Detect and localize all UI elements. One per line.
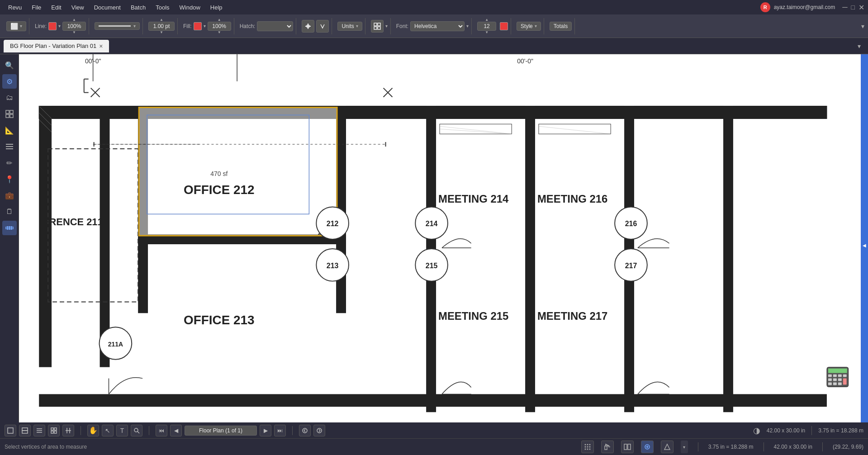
hand-tool-btn[interactable]: ✋ bbox=[87, 425, 99, 436]
snap-point-btn[interactable] bbox=[601, 441, 614, 453]
maximize-btn[interactable]: □ bbox=[851, 4, 855, 11]
zoom-tool-btn[interactable] bbox=[131, 425, 142, 436]
line-color-chevron[interactable]: ▾ bbox=[58, 24, 61, 28]
close-btn[interactable]: ✕ bbox=[859, 3, 864, 12]
view-toggle-chevron[interactable]: ▾ bbox=[385, 24, 388, 28]
svg-text:MEETING  216: MEETING 216 bbox=[537, 193, 607, 205]
fill-color-chevron[interactable]: ▾ bbox=[204, 24, 206, 28]
svg-rect-8 bbox=[10, 110, 13, 114]
svg-line-111 bbox=[138, 431, 139, 433]
sidebar-pages-icon[interactable] bbox=[2, 107, 17, 121]
fill-color-swatch[interactable] bbox=[194, 22, 202, 30]
svg-rect-90 bbox=[828, 379, 832, 381]
menu-item-revu[interactable]: Revu bbox=[4, 2, 26, 13]
svg-point-122 bbox=[589, 449, 590, 450]
tab-close-btn[interactable]: × bbox=[99, 43, 103, 50]
minimize-btn[interactable]: ─ bbox=[842, 3, 847, 11]
view-toggle-btn[interactable] bbox=[371, 20, 384, 33]
menu-item-batch[interactable]: Batch bbox=[126, 2, 150, 13]
right-sidebar-expand-btn[interactable]: ◀ bbox=[863, 243, 866, 248]
menu-item-file[interactable]: File bbox=[27, 2, 46, 13]
toolbar-collapse-btn[interactable]: ▾ bbox=[861, 23, 864, 30]
last-page-btn[interactable]: ⏭ bbox=[274, 425, 286, 436]
sidebar-location-icon[interactable]: 📍 bbox=[2, 172, 17, 186]
prev-page-btn[interactable]: ◀ bbox=[170, 425, 182, 436]
compare-settings-btn[interactable]: ▾ bbox=[681, 441, 688, 453]
tab-collapse-btn[interactable]: ▾ bbox=[858, 43, 864, 50]
menu-item-tools[interactable]: Tools bbox=[151, 2, 174, 13]
svg-rect-86 bbox=[828, 374, 832, 377]
zoom-input[interactable] bbox=[62, 22, 86, 31]
menu-item-document[interactable]: Document bbox=[90, 2, 125, 13]
sidebar-settings-icon[interactable]: ⚙ bbox=[2, 74, 17, 89]
shape-selector-btn[interactable]: ⬜ ▾ bbox=[6, 21, 26, 31]
nav-toolbar-icon5[interactable] bbox=[62, 425, 74, 436]
svg-point-118 bbox=[587, 446, 588, 448]
svg-text:ERENCE  211: ERENCE 211 bbox=[43, 216, 103, 228]
fill-opacity-up-btn[interactable]: ▲ bbox=[218, 18, 221, 22]
sidebar-notes-icon[interactable]: 🗒 bbox=[2, 204, 17, 219]
sidebar-layers-icon[interactable]: 🗂 bbox=[2, 90, 17, 105]
svg-rect-27 bbox=[39, 106, 52, 367]
font-size-input[interactable] bbox=[477, 22, 496, 31]
calibrate-btn[interactable] bbox=[302, 20, 314, 33]
menu-item-window[interactable]: Window bbox=[175, 2, 205, 13]
units-btn[interactable]: Units ▾ bbox=[337, 22, 362, 31]
document-compare-btn[interactable] bbox=[621, 441, 634, 453]
menubar: Revu File Edit View Document Batch Tools… bbox=[0, 0, 868, 14]
nav-toolbar-icon4[interactable] bbox=[48, 425, 60, 436]
compare-overlay-btn[interactable] bbox=[661, 441, 674, 453]
sidebar-markup-icon[interactable]: ✏ bbox=[2, 156, 17, 170]
svg-rect-91 bbox=[833, 379, 837, 381]
line-group: Line: ▾ ▲ ▼ bbox=[32, 18, 89, 34]
line-weight-input[interactable] bbox=[148, 22, 175, 31]
zoom-up-btn[interactable]: ▲ bbox=[72, 18, 76, 22]
font-size-up-btn[interactable]: ▲ bbox=[485, 18, 489, 22]
first-page-btn[interactable]: ⏮ bbox=[156, 425, 167, 436]
markup-status-btn[interactable] bbox=[641, 441, 654, 453]
svg-rect-87 bbox=[833, 374, 837, 377]
sidebar-documents-icon[interactable]: 💼 bbox=[2, 188, 17, 203]
font-select-chevron[interactable]: ▾ bbox=[466, 24, 469, 28]
sidebar-measurements-icon[interactable] bbox=[2, 221, 17, 235]
svg-text:217: 217 bbox=[625, 262, 637, 270]
font-select[interactable]: Helvetica bbox=[410, 21, 465, 31]
weight-down-btn[interactable]: ▼ bbox=[160, 31, 163, 34]
menu-item-view[interactable]: View bbox=[67, 2, 89, 13]
status-row: Select vertices of area to measure ▾ 3.7… bbox=[0, 439, 868, 455]
weight-up-btn[interactable]: ▲ bbox=[160, 18, 163, 22]
snap-grid-btn[interactable] bbox=[581, 441, 594, 453]
svg-rect-38 bbox=[139, 107, 337, 236]
nav-toolbar-icon1[interactable] bbox=[5, 425, 16, 436]
svg-rect-57 bbox=[440, 124, 512, 134]
nav-toolbar-icon3[interactable] bbox=[33, 425, 45, 436]
canvas-area[interactable]: 00'-0" 00'-0" bbox=[19, 54, 861, 436]
menu-item-help[interactable]: Help bbox=[206, 2, 227, 13]
svg-rect-6 bbox=[378, 27, 380, 29]
document-tab[interactable]: BG Floor Plan - Variation Plan 01 × bbox=[4, 40, 109, 52]
history-forward-btn[interactable] bbox=[313, 425, 325, 436]
history-back-btn[interactable] bbox=[299, 425, 311, 436]
sidebar-search-icon[interactable]: 🔍 bbox=[2, 58, 17, 72]
zoom-down-btn[interactable]: ▼ bbox=[72, 31, 76, 34]
next-page-btn[interactable]: ▶ bbox=[260, 425, 271, 436]
line-style-selector[interactable]: ▾ bbox=[95, 22, 140, 30]
menu-item-edit[interactable]: Edit bbox=[47, 2, 66, 13]
font-group: Font: Helvetica ▾ bbox=[394, 18, 472, 34]
snap-btn[interactable] bbox=[316, 20, 329, 33]
fill-opacity-input[interactable] bbox=[208, 22, 231, 31]
text-tool-btn[interactable]: T bbox=[116, 425, 128, 436]
fill-opacity-down-btn[interactable]: ▼ bbox=[218, 31, 221, 34]
sidebar-properties-icon[interactable] bbox=[2, 139, 17, 154]
select-tool-btn[interactable]: ↖ bbox=[102, 425, 114, 436]
svg-rect-98 bbox=[22, 428, 28, 431]
sidebar-measure-icon[interactable]: 📐 bbox=[2, 123, 17, 137]
font-color-swatch[interactable] bbox=[500, 22, 508, 30]
nav-row: ✋ ↖ T ⏮ ◀ Floor Plan (1 of 1) ▶ ⏭ ◑ 42.0… bbox=[0, 422, 868, 439]
style-btn[interactable]: Style ▾ bbox=[517, 22, 541, 31]
font-size-down-btn[interactable]: ▼ bbox=[485, 31, 489, 34]
totals-btn[interactable]: Totals bbox=[550, 22, 572, 31]
hatch-select[interactable] bbox=[257, 21, 293, 31]
line-color-swatch[interactable] bbox=[48, 22, 57, 30]
nav-toolbar-icon2[interactable] bbox=[19, 425, 31, 436]
